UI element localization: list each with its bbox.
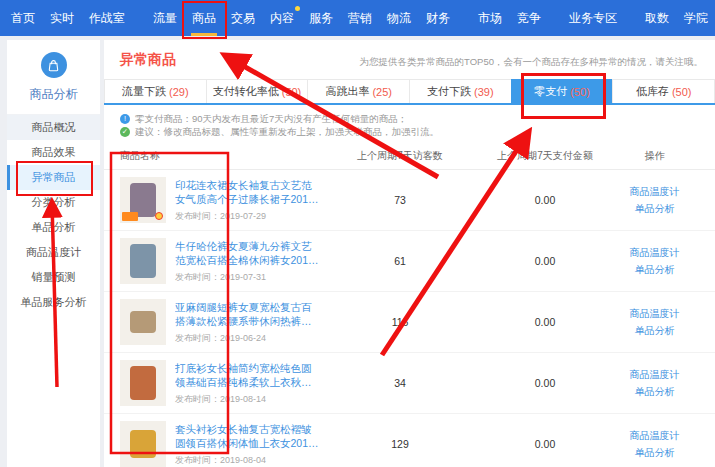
- product-title-link[interactable]: 印花连衣裙女长袖复古文艺范女气质高个子过膝长裙子2019秋装新款: [175, 178, 320, 206]
- nav-item-logistics[interactable]: 物流: [386, 8, 412, 29]
- product-info: 打底衫女长袖简约宽松纯色圆领基础百搭纯棉柔软上衣秋装女2019新款 发布时间：2…: [175, 361, 320, 406]
- nav-item-trade[interactable]: 交易: [230, 8, 256, 29]
- tab-low-stock[interactable]: 低库存 (50): [612, 79, 715, 103]
- nav-item-warroom[interactable]: 作战室: [88, 8, 126, 29]
- tab-low-conversion[interactable]: 支付转化率低 (50): [206, 79, 308, 103]
- tab-high-bounce[interactable]: 高跳出率 (25): [307, 79, 409, 103]
- promo-sticker-icon: [155, 212, 163, 220]
- sidebar-section-title: 商品分析: [7, 86, 100, 103]
- notice-text: 零支付商品：90天内发布且最近7天内没有产生任何销量的商品；: [135, 112, 407, 125]
- tab-label: 流量下跌: [122, 84, 166, 99]
- top-nav: 首页 实时 作战室 流量 商品 交易 内容 服务 营销 物流 财务 市场 竞争 …: [0, 0, 715, 36]
- nav-item-marketing[interactable]: 营销: [347, 8, 373, 29]
- publish-date-prefix: 发布时间：: [175, 394, 220, 404]
- publish-date-prefix: 发布时间：: [175, 272, 220, 282]
- table-row: 牛仔哈伦裤女夏薄九分裤文艺范宽松百搭全棉休闲裤女2019秋装新款 发布时间：20…: [104, 231, 715, 292]
- nav-item-competition[interactable]: 竞争: [516, 8, 542, 29]
- product-info: 牛仔哈伦裤女夏薄九分裤文艺范宽松百搭全棉休闲裤女2019秋装新款 发布时间：20…: [175, 239, 320, 284]
- publish-date: 发布时间：2019-07-29: [175, 210, 320, 223]
- product-image[interactable]: [120, 299, 166, 345]
- amount-value: 0.00: [480, 194, 610, 206]
- sidebar-item-abnormal-goods[interactable]: 异常商品: [7, 165, 100, 190]
- tab-traffic-drop[interactable]: 流量下跌 (29): [104, 79, 206, 103]
- tab-count: (25): [372, 86, 392, 98]
- tab-label: 支付转化率低: [213, 84, 279, 99]
- sidebar-item-single-item-analysis[interactable]: 单品分析: [7, 215, 100, 240]
- check-icon: ✓: [120, 127, 130, 137]
- shopping-bag-icon: [41, 52, 67, 78]
- sidebar-item-category-analysis[interactable]: 分类分析: [7, 190, 100, 215]
- action-link-thermometer[interactable]: 商品温度计: [610, 183, 699, 200]
- product-image[interactable]: [120, 177, 166, 223]
- action-link-item-analysis[interactable]: 单品分析: [610, 322, 699, 339]
- visitors-value: 34: [320, 377, 480, 389]
- product-info: 套头衬衫女长袖复古宽松褶皱圆领百搭休闲体恤上衣女2019秋装新款 发布时间：20…: [175, 422, 320, 467]
- table-row: 套头衬衫女长袖复古宽松褶皱圆领百搭休闲体恤上衣女2019秋装新款 发布时间：20…: [104, 414, 715, 467]
- product-title-link[interactable]: 套头衬衫女长袖复古宽松褶皱圆领百搭休闲体恤上衣女2019秋装新款: [175, 422, 320, 450]
- publish-date: 发布时间：2019-08-04: [175, 454, 320, 467]
- publish-date: 发布时间：2019-08-14: [175, 393, 320, 406]
- action-link-thermometer[interactable]: 商品温度计: [610, 305, 699, 322]
- product-title-link[interactable]: 打底衫女长袖简约宽松纯色圆领基础百搭纯棉柔软上衣秋装女2019新款: [175, 361, 320, 389]
- publish-date-value: 2019-07-31: [220, 272, 266, 282]
- product-title-link[interactable]: 牛仔哈伦裤女夏薄九分裤文艺范宽松百搭全棉休闲裤女2019秋装新款: [175, 239, 320, 267]
- nav-item-academy[interactable]: 学院: [683, 8, 709, 29]
- action-link-item-analysis[interactable]: 单品分析: [610, 200, 699, 217]
- sidebar-item-goods-overview[interactable]: 商品概况: [7, 115, 100, 140]
- tab-payment-drop[interactable]: 支付下跌 (39): [409, 79, 511, 103]
- notice-line: ! 零支付商品：90天内发布且最近7天内没有产生任何销量的商品；: [120, 112, 699, 125]
- sidebar-item-goods-thermometer[interactable]: 商品温度计: [7, 240, 100, 265]
- publish-date-value: 2019-08-04: [220, 455, 266, 465]
- tab-count: (50): [282, 86, 302, 98]
- product-image[interactable]: [120, 238, 166, 284]
- annotation-box-nav-goods: [182, 1, 227, 39]
- sidebar-item-sales-forecast[interactable]: 销量预测: [7, 265, 100, 290]
- garment-shape: [130, 244, 156, 278]
- annotation-box-tab-zero-payment: [521, 73, 607, 119]
- nav-item-service[interactable]: 服务: [308, 8, 334, 29]
- nav-item-home[interactable]: 首页: [10, 8, 36, 29]
- nav-item-market[interactable]: 市场: [477, 8, 503, 29]
- notice-line: ✓ 建议：修改商品标题、属性等重新发布上架，加强关联商品，加强引流。: [120, 125, 699, 138]
- action-link-item-analysis[interactable]: 单品分析: [610, 383, 699, 400]
- publish-date-prefix: 发布时间：: [175, 333, 220, 343]
- nav-item-goods[interactable]: 商品: [191, 8, 217, 29]
- tab-zero-payment[interactable]: 零支付 (50): [511, 79, 613, 103]
- table-row: 印花连衣裙女长袖复古文艺范女气质高个子过膝长裙子2019秋装新款 发布时间：20…: [104, 170, 715, 231]
- tab-label: 低库存: [636, 84, 669, 99]
- publish-date-prefix: 发布时间：: [175, 455, 220, 465]
- nav-item-business-zone[interactable]: 业务专区: [568, 8, 618, 29]
- column-header-actions: 操作: [610, 149, 699, 163]
- product-info: 亚麻阔腿短裤女夏宽松复古百搭薄款松紧腰系带休闲热裤女2019夏装新 发布时间：2…: [175, 300, 320, 345]
- info-icon: !: [120, 114, 130, 124]
- column-header-visitors: 上个周期7天访客数: [320, 149, 480, 163]
- action-link-item-analysis[interactable]: 单品分析: [610, 261, 699, 278]
- product-title-link[interactable]: 亚麻阔腿短裤女夏宽松复古百搭薄款松紧腰系带休闲热裤女2019夏装新: [175, 300, 320, 328]
- amount-value: 0.00: [480, 316, 610, 328]
- action-link-thermometer[interactable]: 商品温度计: [610, 427, 699, 444]
- publish-date: 发布时间：2019-07-31: [175, 271, 320, 284]
- main-panel: 异常商品 为您提供各类异常商品的TOP50，会有一个商品存在多种异常的情况，请关…: [104, 40, 715, 467]
- nav-item-content[interactable]: 内容: [269, 8, 295, 29]
- actions-cell: 商品温度计 单品分析: [610, 305, 699, 339]
- visitors-value: 73: [320, 194, 480, 206]
- nav-item-finance[interactable]: 财务: [425, 8, 451, 29]
- sidebar-header: 商品分析: [7, 40, 100, 103]
- nav-item-traffic[interactable]: 流量: [152, 8, 178, 29]
- action-link-thermometer[interactable]: 商品温度计: [610, 366, 699, 383]
- product-image[interactable]: [120, 421, 166, 467]
- sidebar: 商品分析 商品概况 商品效果 异常商品 分类分析 单品分析 商品温度计 销量预测…: [7, 40, 100, 467]
- product-image[interactable]: [120, 360, 166, 406]
- sidebar-item-item-service-analysis[interactable]: 单品服务分析: [7, 290, 100, 315]
- notice-block: ! 零支付商品：90天内发布且最近7天内没有产生任何销量的商品； ✓ 建议：修改…: [104, 105, 715, 138]
- nav-item-data-fetch[interactable]: 取数: [644, 8, 670, 29]
- product-cell: 印花连衣裙女长袖复古文艺范女气质高个子过膝长裙子2019秋装新款 发布时间：20…: [120, 177, 320, 223]
- publish-date-prefix: 发布时间：: [175, 211, 220, 221]
- action-link-item-analysis[interactable]: 单品分析: [610, 444, 699, 461]
- table-header: 商品名称 上个周期7天访客数 上个周期7天支付金额 操作: [104, 140, 715, 170]
- action-link-thermometer[interactable]: 商品温度计: [610, 244, 699, 261]
- nav-item-realtime[interactable]: 实时: [49, 8, 75, 29]
- sidebar-menu: 商品概况 商品效果 异常商品 分类分析 单品分析 商品温度计 销量预测 单品服务…: [7, 114, 100, 315]
- actions-cell: 商品温度计 单品分析: [610, 244, 699, 278]
- notice-text: 建议：修改商品标题、属性等重新发布上架，加强关联商品，加强引流。: [135, 125, 439, 138]
